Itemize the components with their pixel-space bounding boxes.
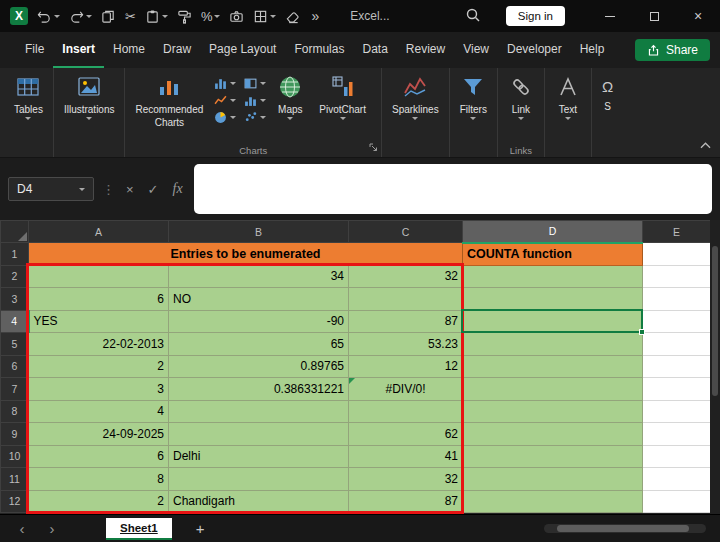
cell-B10[interactable]: Delhi [169,445,349,468]
cell-D9[interactable] [463,423,643,446]
cell-D11[interactable] [463,468,643,491]
row-header-3[interactable]: 3 [1,288,29,311]
cell-C11[interactable]: 32 [349,468,463,491]
insert-statistic-chart-button[interactable] [244,94,266,107]
column-header-D[interactable]: D [463,221,643,243]
add-sheet-button[interactable]: + [196,520,205,537]
cell-D6[interactable] [463,355,643,378]
cell-E7[interactable] [643,378,711,401]
cell-E2[interactable] [643,265,711,288]
column-header-C[interactable]: C [349,221,463,243]
row-header-5[interactable]: 5 [1,333,29,356]
column-header-A[interactable]: A [29,221,169,243]
fill-handle[interactable] [639,329,645,335]
cell-D1-title[interactable]: COUNTA function [463,243,643,266]
cell-E8[interactable] [643,400,711,423]
paste-button[interactable] [145,4,168,28]
cell-B8[interactable] [169,400,349,423]
cancel-formula-button[interactable]: × [123,182,137,197]
undo-button[interactable] [37,4,60,28]
cell-E11[interactable] [643,468,711,491]
cell-E9[interactable] [643,423,711,446]
charts-dialog-launcher[interactable] [369,140,378,155]
insert-line-chart-button[interactable] [214,94,236,107]
cell-A8[interactable]: 4 [29,400,169,423]
insert-hierarchy-chart-button[interactable] [244,77,266,90]
cell-C9[interactable]: 62 [349,423,463,446]
format-painter-button[interactable] [177,4,192,28]
formula-input[interactable] [194,164,712,214]
cell-C5[interactable]: 53.23 [349,333,463,356]
insert-scatter-chart-button[interactable] [244,111,266,124]
insert-column-chart-button[interactable] [214,77,236,90]
cell-B6[interactable]: 0.89765 [169,355,349,378]
tab-insert[interactable]: Insert [53,32,104,68]
horizontal-scrollbar[interactable] [544,524,706,533]
search-icon[interactable] [465,7,481,26]
cell-D10[interactable] [463,445,643,468]
camera-button[interactable] [229,4,244,28]
cell-A7[interactable]: 3 [29,378,169,401]
vertical-scrollbar-thumb[interactable] [712,246,718,396]
cell-B4[interactable]: -90 [169,310,349,333]
eraser-button[interactable] [285,4,300,28]
row-header-8[interactable]: 8 [1,400,29,423]
cell-C6[interactable]: 12 [349,355,463,378]
tab-file[interactable]: File [16,32,53,68]
vertical-scrollbar[interactable] [710,220,720,514]
cell-A5[interactable]: 22-02-2013 [29,333,169,356]
cell-B3[interactable]: NO [169,288,349,311]
cell-B5[interactable]: 65 [169,333,349,356]
cell-D8[interactable] [463,400,643,423]
cell-E3[interactable] [643,288,711,311]
tab-page-layout[interactable]: Page Layout [200,32,285,68]
cell-A6[interactable]: 2 [29,355,169,378]
name-box[interactable]: D4 [8,177,94,201]
cell-A11[interactable]: 8 [29,468,169,491]
copy-button[interactable] [101,4,116,28]
cell-D4-selected[interactable] [463,310,643,333]
tab-home[interactable]: Home [104,32,154,68]
text-button[interactable]: Text [550,73,586,122]
close-button[interactable]: × [676,0,720,32]
cell-B7[interactable]: 0.386331221 [169,378,349,401]
insert-pie-chart-button[interactable] [214,111,236,124]
tables-button[interactable]: Tables [9,73,48,122]
tab-view[interactable]: View [454,32,498,68]
cell-E10[interactable] [643,445,711,468]
cell-A1-merged-title[interactable]: Entries to be enumerated [29,243,463,266]
tab-formulas[interactable]: Formulas [285,32,353,68]
tab-developer[interactable]: Developer [498,32,571,68]
percent-style-button[interactable]: % [201,4,221,28]
select-all-corner[interactable] [1,221,29,243]
row-header-7[interactable]: 7 [1,378,29,401]
column-header-B[interactable]: B [169,221,349,243]
sign-in-button[interactable]: Sign in [506,6,565,26]
cell-E4[interactable] [643,310,711,333]
cell-E5[interactable] [643,333,711,356]
cell-A10[interactable]: 6 [29,445,169,468]
cell-A3[interactable]: 6 [29,288,169,311]
tab-data[interactable]: Data [353,32,396,68]
maps-button[interactable]: Maps [272,73,308,122]
next-sheet-button[interactable]: › [42,520,62,537]
cell-C7-error[interactable]: #DIV/0! [349,378,463,401]
tab-review[interactable]: Review [397,32,454,68]
cut-button[interactable]: ✂ [125,4,136,28]
sparklines-button[interactable]: Sparklines [387,73,444,122]
cell-C10[interactable]: 41 [349,445,463,468]
illustrations-button[interactable]: Illustrations [59,73,120,122]
cell-C12[interactable]: 87 [349,490,463,513]
cell-B2[interactable]: 34 [169,265,349,288]
cell-B9[interactable] [169,423,349,446]
link-button[interactable]: Link [503,73,539,122]
cell-D5[interactable] [463,333,643,356]
row-header-4[interactable]: 4 [1,310,29,333]
cell-E6[interactable] [643,355,711,378]
minimize-button[interactable] [588,0,632,32]
enter-formula-button[interactable]: ✓ [145,182,162,197]
cell-B12[interactable]: Chandigarh [169,490,349,513]
cell-D12[interactable] [463,490,643,513]
maximize-button[interactable] [632,0,676,32]
redo-button[interactable] [69,4,92,28]
